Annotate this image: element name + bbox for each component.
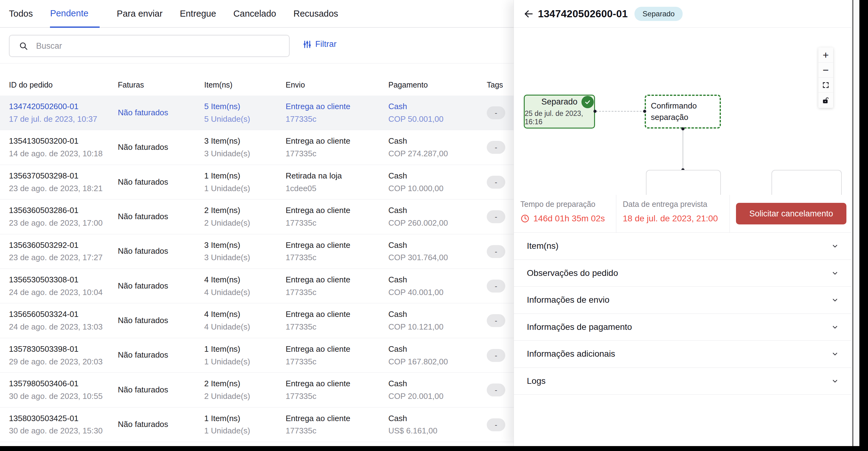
table-row[interactable]: 1356360503286-0123 de ago. de 2023, 17:0…: [0, 199, 514, 234]
shipping-code: 177335c: [286, 426, 389, 436]
section-item-ns[interactable]: Item(ns): [514, 233, 852, 260]
fit-view-button[interactable]: [818, 78, 833, 93]
payment-method: Cash: [389, 102, 487, 111]
payment-amount: COP 301.764,00: [389, 253, 487, 262]
payment-method: Cash: [389, 345, 487, 354]
invoices-cell: Não faturados: [118, 420, 204, 429]
search-box[interactable]: [9, 35, 290, 57]
table-row[interactable]: 1356530503308-0124 de ago. de 2023, 10:0…: [0, 269, 514, 303]
flow-connector-horizontal: [596, 111, 645, 111]
flow-node-date: 25 de jul. de 2023, 16:16: [525, 109, 594, 126]
table-row[interactable]: 1356370503298-0123 de ago. de 2023, 18:2…: [0, 165, 514, 199]
order-id-link[interactable]: 1354130503200-01: [9, 136, 118, 146]
order-id-link[interactable]: 1347420502600-01: [9, 102, 118, 111]
shipping-method: Entrega ao cliente: [286, 379, 389, 388]
payment-amount: COP 50.001,00: [389, 115, 487, 124]
shipping-method: Entrega ao cliente: [286, 345, 389, 354]
search-input[interactable]: [36, 41, 277, 51]
order-id-link[interactable]: 1356360503292-01: [9, 241, 118, 250]
order-id-link[interactable]: 1356360503286-01: [9, 206, 118, 215]
invoices-status: Não faturados: [118, 247, 204, 256]
tag-badge: -: [487, 141, 505, 154]
payment-cell: CashUS$ 6.161,00: [389, 408, 487, 436]
tab-recusados[interactable]: Recusados: [293, 0, 338, 27]
invoices-cell: Não faturados: [118, 247, 204, 256]
order-id-link[interactable]: 1356370503298-01: [9, 171, 118, 181]
status-badge: Separado: [634, 7, 683, 21]
chevron-down-icon: [831, 377, 839, 385]
shipping-method: Retirada na loja: [286, 171, 389, 181]
section-informacoes-de-envio[interactable]: Informações de envio: [514, 287, 852, 314]
units-count: 5 Unidade(s): [204, 115, 286, 124]
zoom-out-button[interactable]: −: [818, 63, 833, 78]
payment-amount: COP 167.802,00: [389, 357, 487, 366]
order-date: 30 de ago. de 2023, 10:55: [9, 392, 118, 401]
shipping-cell: Entrega ao cliente177335c: [286, 130, 389, 158]
section-observacoes-do-pedido[interactable]: Observações do pedido: [514, 260, 852, 287]
column-header-envio: Envio: [286, 80, 305, 89]
shipping-cell: Entrega ao cliente177335c: [286, 303, 389, 332]
shipping-cell: Entrega ao cliente177335c: [286, 96, 389, 124]
section-informacoes-adicionais[interactable]: Informações adicionais: [514, 341, 852, 368]
shipping-cell: Entrega ao cliente177335c: [286, 269, 389, 297]
order-id-link[interactable]: 1356530503308-01: [9, 275, 118, 285]
flow-node-title: Confirmando separação: [651, 100, 720, 123]
table-row[interactable]: 1357830503398-0129 de ago. de 2023, 20:0…: [0, 338, 514, 373]
invoices-status: Não faturados: [118, 212, 204, 221]
order-detail-panel: 1347420502600-01 Separado Separado 25 de…: [514, 0, 852, 446]
order-id-link[interactable]: 1358030503425-01: [9, 414, 118, 423]
flow-node-partial[interactable]: [771, 170, 842, 195]
tab-pendente[interactable]: Pendente: [50, 0, 99, 28]
order-id-link[interactable]: 1357980503406-01: [9, 379, 118, 388]
flow-node-partial[interactable]: [646, 170, 721, 195]
tab-cancelado[interactable]: Cancelado: [234, 0, 276, 27]
tags-cell: -: [487, 373, 514, 396]
tab-para-enviar[interactable]: Para enviar: [117, 0, 162, 27]
shipping-method: Entrega ao cliente: [286, 241, 389, 250]
request-cancellation-button[interactable]: Solicitar cancelamento: [736, 203, 846, 224]
tab-todos[interactable]: Todos: [9, 0, 33, 27]
screen: TodosPendentePara enviarEntregueCancelad…: [0, 0, 868, 451]
items-count: 1 Item(ns): [204, 171, 286, 181]
items-count: 2 Item(ns): [204, 206, 286, 215]
table-row[interactable]: 1356360503292-0123 de ago. de 2023, 17:2…: [0, 234, 514, 269]
invoices-status: Não faturados: [118, 385, 204, 395]
items-cell: 1 Item(ns)1 Unidade(s): [204, 165, 286, 193]
section-logs[interactable]: Logs: [514, 368, 852, 395]
order-id-link[interactable]: 1356560503324-01: [9, 310, 118, 319]
payment-cell: CashCOP 260.002,00: [389, 199, 487, 228]
chevron-down-icon: [831, 269, 839, 277]
flow-node-confirmando-separacao[interactable]: Confirmando separação: [645, 95, 721, 129]
units-count: 3 Unidade(s): [204, 149, 286, 158]
table-row[interactable]: 1356560503324-0124 de ago. de 2023, 13:0…: [0, 303, 514, 338]
payment-cell: CashCOP 20.001,00: [389, 373, 487, 401]
shipping-code: 177335c: [286, 357, 389, 366]
payment-cell: CashCOP 50.001,00: [389, 96, 487, 124]
table-row[interactable]: 1347420502600-0117 de jul. de 2023, 10:3…: [0, 96, 514, 130]
tags-cell: -: [487, 269, 514, 293]
order-date: 23 de ago. de 2023, 18:21: [9, 184, 118, 193]
tabs-bar: TodosPendentePara enviarEntregueCancelad…: [0, 0, 514, 28]
order-id-link[interactable]: 1357830503398-01: [9, 345, 118, 354]
flow-node-separado[interactable]: Separado 25 de jul. de 2023, 16:16: [524, 95, 595, 129]
filter-button[interactable]: Filtrar: [303, 39, 337, 49]
column-header-faturas: Faturas: [118, 80, 144, 89]
workflow-diagram[interactable]: Separado 25 de jul. de 2023, 16:16 Confi…: [514, 28, 852, 195]
delivery-date-cell: Data de entrega prevista 18 de jul. de 2…: [616, 195, 730, 232]
tags-cell: -: [487, 130, 514, 154]
table-row[interactable]: 1354130503200-0114 de ago. de 2023, 10:1…: [0, 130, 514, 165]
zoom-in-button[interactable]: +: [818, 47, 833, 63]
shipping-code: 177335c: [286, 115, 389, 124]
prep-time-label: Tempo de preparação: [520, 200, 616, 209]
orders-list-panel: TodosPendentePara enviarEntregueCancelad…: [0, 0, 514, 446]
table-row[interactable]: 1358030503425-0130 de ago. de 2023, 15:3…: [0, 408, 514, 442]
section-informacoes-de-pagamento[interactable]: Informações de pagamento: [514, 314, 852, 341]
tag-badge: -: [487, 210, 505, 223]
tab-entregue[interactable]: Entregue: [180, 0, 216, 27]
items-count: 3 Item(ns): [204, 241, 286, 250]
back-button[interactable]: [522, 7, 535, 21]
shipping-code: 177335c: [286, 392, 389, 401]
lock-button[interactable]: [818, 93, 833, 108]
units-count: 4 Unidade(s): [204, 322, 286, 332]
table-row[interactable]: 1357980503406-0130 de ago. de 2023, 10:5…: [0, 373, 514, 407]
